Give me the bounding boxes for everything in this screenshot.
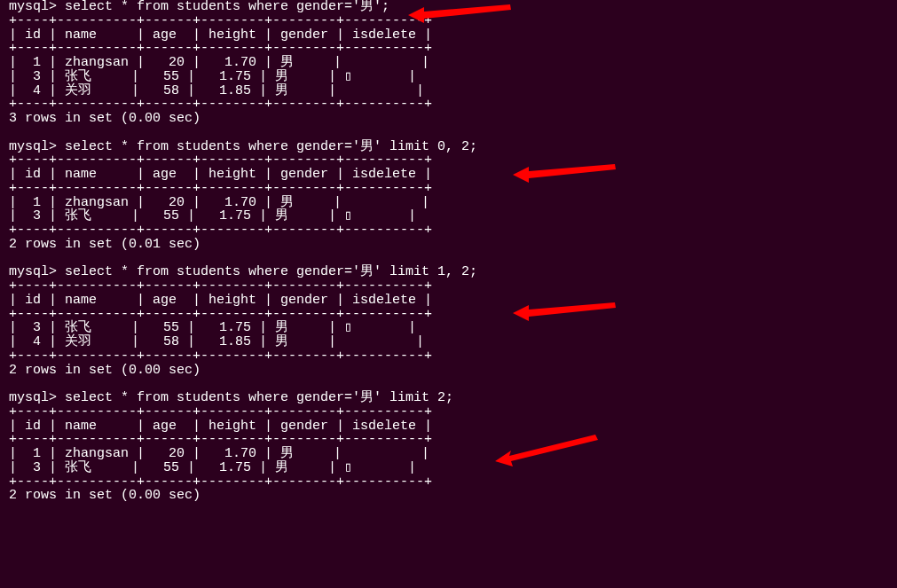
row: | 1 | zhangsan | 20 | 1.70 | 男 | | (9, 446, 429, 461)
sep: +----+----------+------+--------+-------… (9, 41, 432, 56)
query-2: select * from students where gender='男' … (65, 139, 477, 154)
row: | 3 | 张飞 | 55 | 1.75 | 男 | ▯ | (9, 69, 416, 84)
sep: +----+----------+------+--------+-------… (9, 181, 432, 196)
prompt: mysql> (9, 139, 57, 154)
sep: +----+----------+------+--------+-------… (9, 432, 432, 447)
footer: 2 rows in set (0.00 sec) (9, 488, 201, 503)
sep: +----+----------+------+--------+-------… (9, 404, 432, 419)
sep: +----+----------+------+--------+-------… (9, 223, 432, 238)
sep: +----+----------+------+--------+-------… (9, 474, 432, 490)
query-3: select * from students where gender='男' … (65, 264, 477, 279)
row: | 1 | zhangsan | 20 | 1.70 | 男 | | (9, 55, 429, 70)
row: | 3 | 张飞 | 55 | 1.75 | 男 | ▯ | (9, 320, 416, 335)
sep: +----+----------+------+--------+-------… (9, 153, 432, 168)
sep: +----+----------+------+--------+-------… (9, 349, 432, 364)
row: | 3 | 张飞 | 55 | 1.75 | 男 | ▯ | (9, 208, 416, 223)
prompt: mysql> (9, 0, 57, 14)
terminal-output: mysql> select * from students where gend… (0, 0, 897, 503)
row: | 1 | zhangsan | 20 | 1.70 | 男 | | (9, 195, 429, 210)
footer: 3 rows in set (0.00 sec) (9, 111, 201, 126)
prompt: mysql> (9, 390, 57, 405)
header: | id | name | age | height | gender | is… (9, 293, 432, 308)
row: | 4 | 关羽 | 58 | 1.85 | 男 | | (9, 83, 424, 98)
sep: +----+----------+------+--------+-------… (9, 97, 432, 112)
row: | 4 | 关羽 | 58 | 1.85 | 男 | | (9, 334, 424, 349)
footer: 2 rows in set (0.00 sec) (9, 363, 201, 378)
sep: +----+----------+------+--------+-------… (9, 307, 432, 322)
sep: +----+----------+------+--------+-------… (9, 13, 432, 28)
header: | id | name | age | height | gender | is… (9, 419, 432, 434)
query-4: select * from students where gender='男' … (65, 390, 453, 405)
query-1: select * from students where gender='男'; (65, 0, 389, 14)
prompt: mysql> (9, 264, 57, 279)
header: | id | name | age | height | gender | is… (9, 167, 432, 182)
sep: +----+----------+------+--------+-------… (9, 278, 432, 294)
row: | 3 | 张飞 | 55 | 1.75 | 男 | ▯ | (9, 460, 416, 475)
header: | id | name | age | height | gender | is… (9, 27, 432, 43)
footer: 2 rows in set (0.01 sec) (9, 237, 201, 252)
